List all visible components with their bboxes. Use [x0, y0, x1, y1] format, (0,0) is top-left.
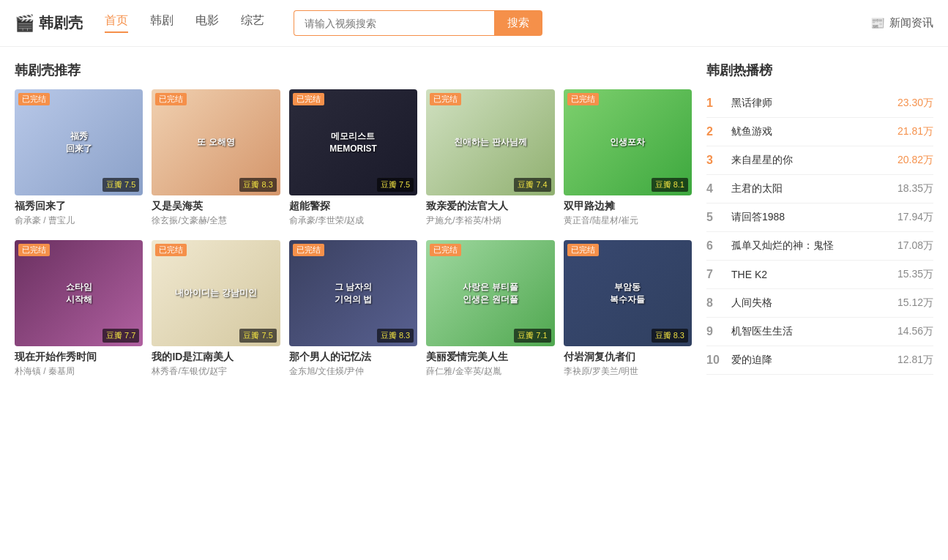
nav-home[interactable]: 首页 [105, 13, 128, 33]
drama-title: 福秀回来了 [15, 200, 143, 213]
ranking-item[interactable]: 10爱的迫降12.81万 [706, 346, 933, 375]
drama-thumb: 已完结친애하는 판사님께豆瓣 7.4 [426, 89, 554, 195]
news-label: 新闻资讯 [889, 16, 933, 30]
recommend-title: 韩剧壳推荐 [15, 61, 692, 79]
drama-thumb: 已完结그 남자의 기억의 법豆瓣 8.3 [289, 240, 417, 346]
drama-rating: 豆瓣 8.3 [652, 329, 688, 343]
recommend-section: 韩剧壳推荐 已完结福秀 回来了豆瓣 7.5福秀回来了俞承豪 / 曹宝儿已完结또 … [15, 61, 692, 378]
ranking-count: 20.82万 [897, 154, 933, 167]
drama-title: 双甲路边摊 [564, 200, 692, 213]
drama-cast: 林秀香/车银优/赵宇 [152, 365, 280, 378]
drama-grid-row1: 已完结福秀 回来了豆瓣 7.5福秀回来了俞承豪 / 曹宝儿已完结또 오해영豆瓣 … [15, 89, 692, 227]
ranking-name: 请回答1988 [731, 211, 897, 224]
drama-cast: 朴海镇 / 秦基周 [15, 365, 143, 378]
drama-card[interactable]: 已完结내아이디는 강남미인豆瓣 7.5我的ID是江南美人林秀香/车银优/赵宇 [152, 240, 280, 378]
drama-thumb: 已完结쇼타임 시작해豆瓣 7.7 [15, 240, 143, 346]
ranking-item[interactable]: 6孤单又灿烂的神：鬼怪17.08万 [706, 232, 933, 261]
drama-badge: 已完结 [430, 244, 461, 256]
news-link[interactable]: 📰 新闻资讯 [870, 16, 933, 30]
ranking-name: 鱿鱼游戏 [731, 125, 897, 138]
drama-badge: 已完结 [155, 244, 187, 256]
drama-rating: 豆瓣 7.1 [514, 329, 550, 343]
drama-thumb: 已完结부암동 복수자들豆瓣 8.3 [564, 240, 692, 346]
ranking-item[interactable]: 3来自星星的你20.82万 [706, 146, 933, 175]
ranking-count: 12.81万 [897, 354, 933, 367]
nav-drama[interactable]: 韩剧 [150, 13, 173, 33]
ranking-count: 15.35万 [897, 268, 933, 281]
ranking-number: 8 [706, 296, 724, 310]
drama-rating: 豆瓣 8.1 [652, 178, 688, 192]
ranking-number: 9 [706, 325, 724, 338]
drama-thumb: 已完结福秀 回来了豆瓣 7.5 [15, 89, 143, 195]
main-nav: 首页 韩剧 电影 综艺 [105, 13, 264, 33]
drama-card[interactable]: 已完结그 남자의 기억의 법豆瓣 8.3那个男人的记忆法金东旭/文佳煐/尹仲 [289, 240, 417, 378]
ranking-number: 10 [706, 354, 724, 367]
drama-card[interactable]: 已完结친애하는 판사님께豆瓣 7.4致亲爱的法官大人尹施允/李裕英/朴炳 [426, 89, 554, 227]
search-input[interactable] [294, 10, 494, 36]
drama-badge: 已完结 [567, 93, 599, 105]
drama-rating: 豆瓣 7.7 [102, 329, 139, 343]
drama-cast: 黄正音/陆星材/崔元 [564, 214, 692, 227]
drama-thumb: 已完结또 오해영豆瓣 8.3 [152, 89, 280, 195]
drama-badge: 已完结 [155, 93, 187, 105]
drama-cast: 俞承豪/李世荣/赵成 [289, 214, 417, 227]
ranking-list: 1黑话律师23.30万2鱿鱼游戏21.81万3来自星星的你20.82万4主君的太… [706, 89, 933, 375]
drama-rating: 豆瓣 7.5 [239, 329, 276, 343]
logo-text: 韩剧壳 [39, 13, 83, 33]
ranking-item[interactable]: 5请回答198817.94万 [706, 204, 933, 232]
drama-card[interactable]: 已完结쇼타임 시작해豆瓣 7.7现在开始作秀时间朴海镇 / 秦基周 [15, 240, 143, 378]
drama-card[interactable]: 已完结사랑은 뷰티풀 인생은 원더풀豆瓣 7.1美丽爱情完美人生薛仁雅/金宰英/… [426, 240, 554, 378]
drama-rating: 豆瓣 7.5 [102, 178, 139, 192]
ranking-number: 4 [706, 182, 724, 195]
drama-card[interactable]: 已完结福秀 回来了豆瓣 7.5福秀回来了俞承豪 / 曹宝儿 [15, 89, 143, 227]
drama-card[interactable]: 已完结메모리스트 MEMORIST豆瓣 7.5超能警探俞承豪/李世荣/赵成 [289, 89, 417, 227]
ranking-item[interactable]: 4主君的太阳18.35万 [706, 175, 933, 204]
ranking-name: THE K2 [731, 269, 897, 280]
ranking-item[interactable]: 1黑话律师23.30万 [706, 89, 933, 118]
drama-cast: 薛仁雅/金宰英/赵胤 [426, 365, 554, 378]
drama-title: 又是吴海英 [152, 200, 280, 213]
ranking-name: 来自星星的你 [731, 154, 897, 167]
ranking-number: 2 [706, 125, 724, 138]
ranking-item[interactable]: 7THE K215.35万 [706, 261, 933, 289]
drama-rating: 豆瓣 7.5 [377, 178, 414, 192]
search-button[interactable]: 搜索 [494, 10, 542, 36]
ranking-item[interactable]: 8人间失格15.12万 [706, 289, 933, 318]
drama-card[interactable]: 已完结부암동 복수자들豆瓣 8.3付岩洞复仇者们李袂原/罗美兰/明世 [564, 240, 692, 378]
ranking-number: 3 [706, 154, 724, 167]
nav-movie[interactable]: 电影 [195, 13, 219, 33]
drama-title: 美丽爱情完美人生 [426, 351, 554, 364]
drama-title: 超能警探 [289, 200, 417, 213]
ranking-name: 主君的太阳 [731, 182, 897, 195]
drama-cast: 尹施允/李裕英/朴炳 [426, 214, 554, 227]
drama-thumb: 已完结내아이디는 강남미인豆瓣 7.5 [152, 240, 280, 346]
drama-badge: 已完结 [18, 93, 50, 105]
ranking-count: 23.30万 [897, 97, 933, 110]
drama-rating: 豆瓣 7.4 [514, 178, 550, 192]
drama-card[interactable]: 已完结인생포차豆瓣 8.1双甲路边摊黄正音/陆星材/崔元 [564, 89, 692, 227]
ranking-name: 人间失格 [731, 296, 897, 310]
nav-variety[interactable]: 综艺 [241, 13, 264, 33]
ranking-count: 15.12万 [897, 296, 933, 310]
ranking-number: 1 [706, 97, 724, 110]
drama-thumb: 已完结메모리스트 MEMORIST豆瓣 7.5 [289, 89, 417, 195]
ranking-name: 机智医生生活 [731, 325, 897, 338]
ranking-item[interactable]: 9机智医生生活14.56万 [706, 318, 933, 346]
drama-badge: 已完结 [293, 93, 324, 105]
ranking-count: 17.08万 [897, 239, 933, 253]
ranking-number: 5 [706, 211, 724, 224]
news-icon: 📰 [870, 16, 885, 30]
drama-rating: 豆瓣 8.3 [377, 329, 414, 343]
ranking-item[interactable]: 2鱿鱼游戏21.81万 [706, 118, 933, 146]
drama-badge: 已完结 [567, 244, 599, 256]
main-content: 韩剧壳推荐 已完结福秀 回来了豆瓣 7.5福秀回来了俞承豪 / 曹宝儿已完结또 … [0, 47, 948, 392]
drama-card[interactable]: 已完结또 오해영豆瓣 8.3又是吴海英徐玄振/文豪赫/全慧 [152, 89, 280, 227]
ranking-name: 孤单又灿烂的神：鬼怪 [731, 239, 897, 253]
ranking-name: 爱的迫降 [731, 354, 897, 367]
drama-badge: 已完结 [293, 244, 324, 256]
logo[interactable]: 🎬 韩剧壳 [15, 13, 83, 33]
ranking-title: 韩剧热播榜 [706, 61, 933, 79]
ranking-count: 18.35万 [897, 182, 933, 195]
ranking-count: 17.94万 [897, 211, 933, 224]
drama-badge: 已完结 [18, 244, 50, 256]
